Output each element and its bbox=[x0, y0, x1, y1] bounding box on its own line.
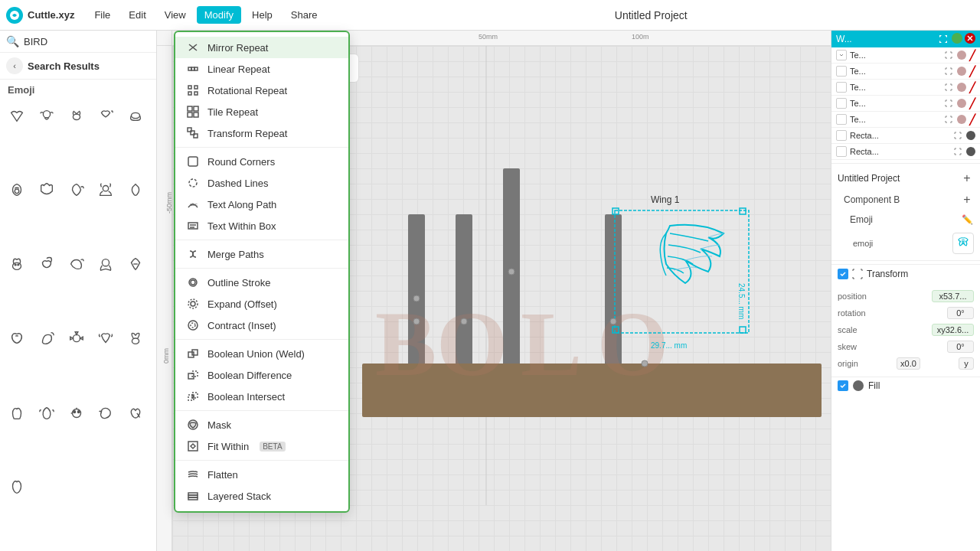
menu-fit-within[interactable]: Fit Within BETA bbox=[175, 435, 348, 457]
svg-rect-52 bbox=[194, 86, 198, 89]
emoji-item[interactable] bbox=[64, 326, 89, 350]
emoji-item[interactable] bbox=[5, 252, 29, 276]
emoji-item[interactable] bbox=[5, 401, 29, 425]
layer-expand-icon2[interactable] bbox=[836, 66, 847, 77]
menu-view[interactable]: View bbox=[157, 6, 194, 24]
position-value[interactable]: x53.7... bbox=[932, 290, 974, 302]
layer-item-te4[interactable]: Te... ╱ bbox=[831, 96, 980, 112]
emoji-item[interactable] bbox=[64, 252, 89, 276]
menu-mirror-repeat[interactable]: Mirror Repeat bbox=[175, 37, 348, 58]
svg-rect-50 bbox=[194, 67, 198, 70]
fill-checkbox[interactable] bbox=[838, 380, 848, 391]
menu-help[interactable]: Help bbox=[244, 6, 280, 24]
menu-mask[interactable]: Mask bbox=[175, 414, 348, 435]
fill-label: Fill bbox=[868, 380, 880, 391]
emoji-item[interactable] bbox=[34, 103, 59, 128]
emoji-item[interactable] bbox=[34, 401, 59, 425]
component-item[interactable]: Component B + bbox=[831, 190, 980, 210]
scale-label: scale bbox=[838, 325, 858, 334]
emoji-item[interactable] bbox=[123, 252, 148, 276]
back-button[interactable]: ‹ bbox=[6, 57, 23, 74]
layer-expand-icon[interactable] bbox=[836, 50, 847, 60]
emoji-item[interactable] bbox=[34, 252, 59, 276]
menu-file[interactable]: File bbox=[87, 6, 118, 24]
emoji-item-label: emoji bbox=[853, 239, 873, 248]
menu-edit[interactable]: Edit bbox=[121, 6, 153, 24]
emoji-section-item[interactable]: Emoji ✏️ bbox=[831, 210, 980, 230]
menu-tile-repeat[interactable]: Tile Repeat bbox=[175, 101, 348, 122]
emoji-item[interactable] bbox=[93, 252, 118, 276]
menu-rotational-repeat[interactable]: Rotational Repeat bbox=[175, 80, 348, 101]
scale-value[interactable]: xy32.6... bbox=[932, 324, 974, 336]
emoji-item[interactable] bbox=[123, 401, 148, 425]
emoji-item[interactable] bbox=[5, 178, 29, 202]
emoji-item[interactable] bbox=[93, 178, 118, 202]
menu-boolean-difference[interactable]: Boolean Difference bbox=[175, 364, 348, 386]
menu-dashed-lines[interactable]: Dashed Lines bbox=[175, 172, 348, 194]
add-component-button[interactable]: + bbox=[960, 193, 974, 207]
emoji-item[interactable] bbox=[5, 475, 29, 500]
emoji-item[interactable] bbox=[123, 326, 148, 350]
menu-share[interactable]: Share bbox=[283, 6, 325, 24]
layer-expand-icon4[interactable] bbox=[836, 98, 847, 109]
layer-item-recta2[interactable]: Recta... bbox=[831, 144, 980, 160]
component-label: Component B bbox=[844, 194, 900, 205]
emoji-item[interactable] bbox=[93, 326, 118, 350]
emoji-item[interactable] bbox=[34, 178, 59, 202]
menu-linear-repeat[interactable]: Linear Repeat bbox=[175, 58, 348, 80]
menu-transform-repeat[interactable]: Transform Repeat bbox=[175, 122, 348, 144]
menu-contract-inset[interactable]: Contract (Inset) bbox=[175, 315, 348, 336]
menu-outline-stroke[interactable]: Outline Stroke bbox=[175, 272, 348, 293]
layer-resize-icon6 bbox=[952, 130, 963, 141]
menu-boolean-intersect[interactable]: Boolean Intersect bbox=[175, 386, 348, 407]
search-input[interactable] bbox=[24, 36, 152, 47]
edit-emoji-button[interactable]: ✏️ bbox=[960, 213, 974, 227]
emoji-item[interactable] bbox=[93, 401, 118, 425]
logo-area: Cuttle.xyz bbox=[6, 7, 74, 24]
layer-item-te3[interactable]: Te... ╱ bbox=[831, 80, 980, 96]
emoji-item[interactable] bbox=[93, 103, 118, 128]
text-within-box-label: Text Within Box bbox=[207, 220, 276, 232]
transform-checkbox[interactable] bbox=[838, 269, 848, 279]
emoji-preview[interactable] bbox=[952, 233, 974, 254]
menu-text-within-box[interactable]: Text Within Box bbox=[175, 215, 348, 236]
emoji-item[interactable] bbox=[34, 326, 59, 350]
layer-expand-icon7[interactable] bbox=[836, 146, 847, 157]
layered-stack-icon bbox=[186, 489, 200, 503]
menu-text-along-path[interactable]: abc Text Along Path bbox=[175, 194, 348, 215]
layer-expand-icon6[interactable] bbox=[836, 130, 847, 141]
origin-value-y[interactable]: y bbox=[959, 357, 974, 370]
emoji-item[interactable] bbox=[64, 103, 89, 128]
emoji-item[interactable] bbox=[123, 103, 148, 128]
emoji-item[interactable] bbox=[64, 178, 89, 202]
emoji-item[interactable] bbox=[123, 178, 148, 202]
layer-item-te5[interactable]: Te... ╱ bbox=[831, 112, 980, 128]
layer-expand-icon5[interactable] bbox=[836, 114, 847, 125]
rotation-value[interactable]: 0° bbox=[947, 307, 974, 319]
svg-point-3 bbox=[132, 112, 140, 118]
menu-round-corners[interactable]: Round Corners bbox=[175, 151, 348, 172]
emoji-item[interactable] bbox=[64, 401, 89, 425]
menu-boolean-union[interactable]: Boolean Union (Weld) bbox=[175, 343, 348, 364]
menu-merge-paths[interactable]: Merge Paths bbox=[175, 243, 348, 265]
menu-layered-stack[interactable]: Layered Stack bbox=[175, 485, 348, 507]
skew-value[interactable]: 0° bbox=[947, 341, 974, 353]
add-project-button[interactable]: + bbox=[960, 171, 974, 185]
emoji-item[interactable] bbox=[5, 103, 29, 128]
layer-item-recta1[interactable]: Recta... bbox=[831, 128, 980, 144]
svg-point-7 bbox=[15, 264, 16, 266]
origin-value-x[interactable]: x0.0 bbox=[897, 357, 920, 370]
menu-expand-offset[interactable]: Expand (Offset) bbox=[175, 293, 348, 315]
svg-rect-33 bbox=[612, 208, 619, 214]
layer-expand-icon3[interactable] bbox=[836, 82, 847, 93]
emoji-item[interactable] bbox=[5, 326, 29, 350]
text-along-path-label: Text Along Path bbox=[207, 199, 276, 210]
layer-item-te1[interactable]: Te... ╱ bbox=[831, 47, 980, 64]
color-green-dot[interactable] bbox=[952, 33, 962, 44]
color-red-dot[interactable] bbox=[965, 33, 975, 44]
menu-flatten[interactable]: Flatten bbox=[175, 464, 348, 485]
menu-modify[interactable]: Modify bbox=[197, 6, 241, 24]
fill-color-dot[interactable] bbox=[853, 380, 864, 391]
resize-icon[interactable] bbox=[937, 33, 949, 45]
layer-item-te2[interactable]: Te... ╱ bbox=[831, 64, 980, 80]
